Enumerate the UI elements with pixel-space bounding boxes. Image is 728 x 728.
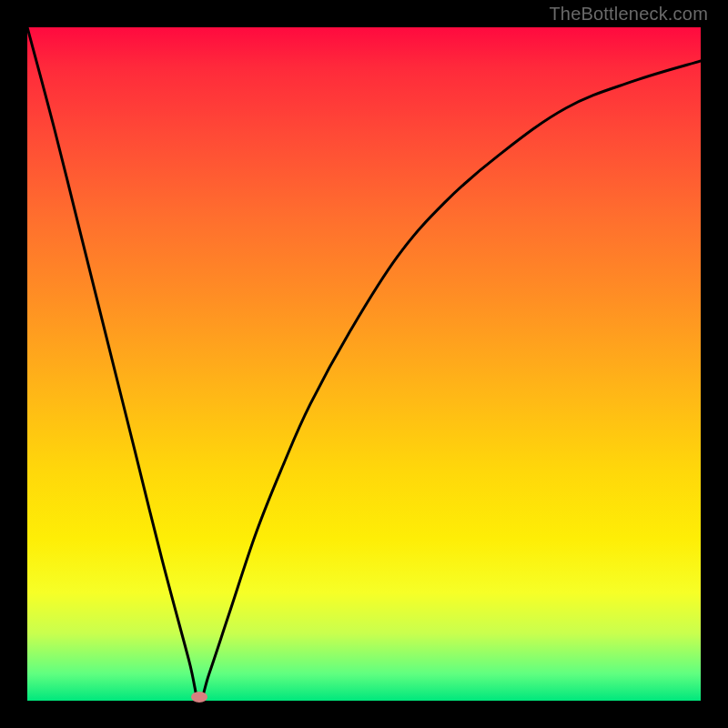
chart-frame: TheBottleneck.com <box>0 0 728 728</box>
plot-area <box>27 27 701 701</box>
minimum-marker <box>191 692 207 703</box>
curve-line <box>27 27 701 701</box>
watermark-text: TheBottleneck.com <box>549 4 708 25</box>
